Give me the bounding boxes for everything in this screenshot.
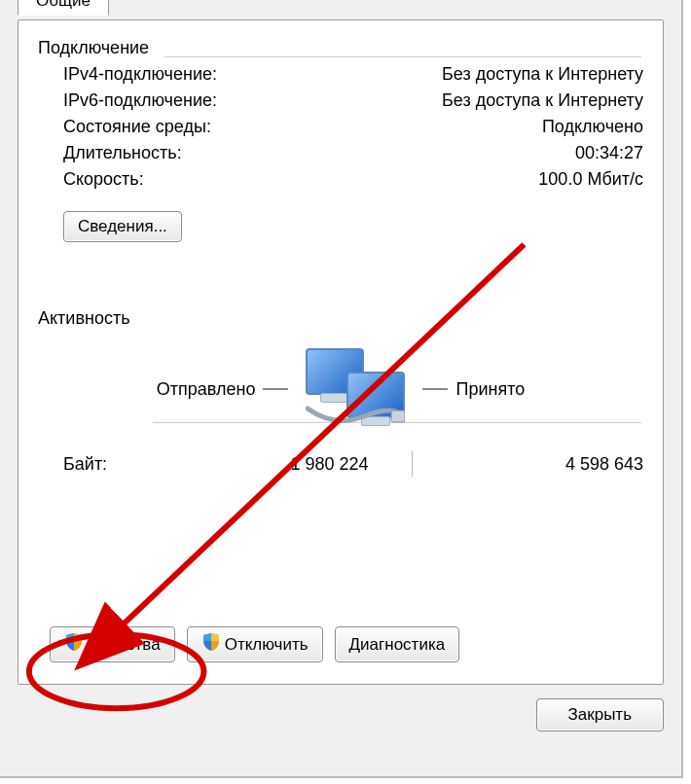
properties-button[interactable]: Свойства [50, 626, 175, 662]
tab-strip: Общие [0, 0, 681, 19]
dash-left [263, 388, 288, 390]
bytes-row: Байт: 1 980 224 4 598 643 [63, 451, 643, 477]
diagnose-button[interactable]: Диагностика [335, 626, 460, 662]
row-label: IPv6-подключение: [63, 90, 217, 111]
diagnose-button-label: Диагностика [349, 635, 446, 655]
network-computers-icon [302, 346, 409, 432]
row-value: Подключено [542, 117, 643, 137]
bytes-label: Байт: [63, 454, 180, 475]
dialog-footer: Закрыть [0, 698, 664, 731]
received-label: Принято [455, 379, 525, 400]
activity-group-title: Активность [38, 308, 643, 329]
connection-rows: IPv4-подключение: Без доступа к Интернет… [38, 64, 643, 190]
disable-button-label: Отключить [225, 635, 309, 655]
dash-right [422, 388, 448, 390]
details-button[interactable]: Сведения... [63, 211, 182, 242]
action-button-row: Свойства Отключить Диагностика [50, 626, 459, 662]
row-label: Скорость: [63, 169, 144, 190]
properties-button-label: Свойства [88, 635, 161, 655]
bytes-received: 4 598 643 [455, 454, 644, 475]
activity-headers: Отправлено Принято [38, 346, 643, 432]
shield-icon [64, 632, 84, 657]
row-label: Длительность: [63, 143, 182, 163]
connection-group: Подключение IPv4-подключение: Без доступ… [38, 38, 643, 242]
tab-general-label: Общие [36, 0, 91, 10]
close-button[interactable]: Закрыть [536, 698, 664, 731]
divider [164, 56, 641, 57]
tab-panel-general: Подключение IPv4-подключение: Без доступ… [18, 19, 664, 685]
row-speed: Скорость: 100.0 Мбит/с [63, 169, 643, 190]
disable-button[interactable]: Отключить [187, 626, 323, 662]
close-button-label: Закрыть [568, 705, 632, 725]
row-label: IPv4-подключение: [63, 64, 217, 85]
row-ipv6: IPv6-подключение: Без доступа к Интернет… [63, 90, 643, 111]
row-value: Без доступа к Интернету [442, 64, 643, 85]
details-button-label: Сведения... [78, 217, 167, 236]
row-value: 00:34:27 [575, 143, 643, 163]
row-duration: Длительность: 00:34:27 [63, 143, 643, 163]
tab-general[interactable]: Общие [18, 0, 109, 16]
activity-group: Активность Отправлено Принято Байт: [38, 308, 643, 477]
row-value: Без доступа к Интернету [442, 90, 643, 111]
connection-status-dialog: Общие Подключение IPv4-подключение: Без … [0, 0, 683, 778]
bytes-sent: 1 980 224 [180, 454, 369, 475]
row-media-state: Состояние среды: Подключено [63, 117, 643, 137]
svg-rect-0 [391, 410, 405, 422]
row-value: 100.0 Мбит/с [538, 169, 643, 190]
sent-label: Отправлено [157, 379, 256, 400]
row-ipv4: IPv4-подключение: Без доступа к Интернет… [63, 64, 643, 85]
shield-icon [201, 632, 221, 657]
row-label: Состояние среды: [63, 117, 211, 137]
vertical-separator [412, 451, 413, 477]
